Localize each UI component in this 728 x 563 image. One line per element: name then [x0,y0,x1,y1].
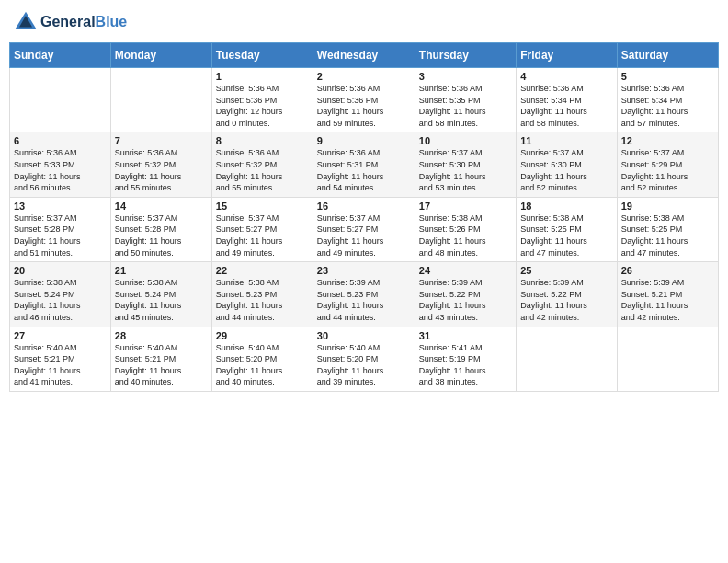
day-number: 10 [419,135,512,146]
day-number: 21 [115,265,208,276]
calendar-week-row: 1Sunrise: 5:36 AM Sunset: 5:36 PM Daylig… [10,68,719,132]
day-info-text: Sunrise: 5:40 AM Sunset: 5:20 PM Dayligh… [216,342,309,388]
day-info-text: Sunrise: 5:36 AM Sunset: 5:31 PM Dayligh… [317,147,411,193]
day-number: 13 [14,201,107,212]
calendar-week-row: 20Sunrise: 5:38 AM Sunset: 5:24 PM Dayli… [10,262,719,327]
day-info-text: Sunrise: 5:38 AM Sunset: 5:25 PM Dayligh… [621,213,714,259]
day-info-text: Sunrise: 5:39 AM Sunset: 5:21 PM Dayligh… [621,277,714,323]
day-number: 6 [14,135,107,146]
calendar-day-cell: 21Sunrise: 5:38 AM Sunset: 5:24 PM Dayli… [110,262,211,327]
day-of-week-header: Thursday [415,43,516,68]
day-of-week-header: Monday [110,43,211,68]
calendar-body: 1Sunrise: 5:36 AM Sunset: 5:36 PM Daylig… [10,68,719,392]
day-info-text: Sunrise: 5:40 AM Sunset: 5:20 PM Dayligh… [317,342,411,388]
day-number: 11 [520,135,612,146]
calendar-day-cell: 29Sunrise: 5:40 AM Sunset: 5:20 PM Dayli… [211,327,313,391]
calendar-day-cell: 17Sunrise: 5:38 AM Sunset: 5:26 PM Dayli… [415,197,516,261]
day-info-text: Sunrise: 5:39 AM Sunset: 5:22 PM Dayligh… [520,277,612,323]
day-of-week-header: Friday [517,43,617,68]
calendar-day-cell: 10Sunrise: 5:37 AM Sunset: 5:30 PM Dayli… [415,132,516,197]
day-number: 12 [621,135,714,146]
day-of-week-header: Tuesday [211,43,313,68]
calendar-day-cell: 31Sunrise: 5:41 AM Sunset: 5:19 PM Dayli… [415,327,516,391]
calendar-day-cell [617,327,718,391]
calendar-day-cell: 6Sunrise: 5:36 AM Sunset: 5:33 PM Daylig… [10,132,111,197]
day-number: 26 [621,265,714,276]
day-number: 22 [216,265,309,276]
calendar-day-cell: 19Sunrise: 5:38 AM Sunset: 5:25 PM Dayli… [617,197,718,261]
day-info-text: Sunrise: 5:36 AM Sunset: 5:32 PM Dayligh… [216,147,309,193]
calendar-day-cell: 14Sunrise: 5:37 AM Sunset: 5:28 PM Dayli… [110,197,211,261]
day-number: 17 [419,201,512,212]
day-number: 5 [621,71,714,82]
day-of-week-header: Sunday [10,43,111,68]
day-info-text: Sunrise: 5:37 AM Sunset: 5:28 PM Dayligh… [115,213,208,259]
calendar-day-cell: 24Sunrise: 5:39 AM Sunset: 5:22 PM Dayli… [415,262,516,327]
calendar-day-cell: 28Sunrise: 5:40 AM Sunset: 5:21 PM Dayli… [110,327,211,391]
day-info-text: Sunrise: 5:41 AM Sunset: 5:19 PM Dayligh… [419,342,512,388]
day-number: 16 [317,201,411,212]
calendar-day-cell [517,327,617,391]
calendar-day-cell: 15Sunrise: 5:37 AM Sunset: 5:27 PM Dayli… [211,197,313,261]
day-info-text: Sunrise: 5:39 AM Sunset: 5:23 PM Dayligh… [317,277,411,323]
day-number: 2 [317,71,411,82]
calendar-day-cell: 2Sunrise: 5:36 AM Sunset: 5:36 PM Daylig… [313,68,415,132]
calendar-week-row: 13Sunrise: 5:37 AM Sunset: 5:28 PM Dayli… [10,197,719,261]
day-number: 9 [317,135,411,146]
day-info-text: Sunrise: 5:38 AM Sunset: 5:26 PM Dayligh… [419,213,512,259]
calendar-day-cell: 26Sunrise: 5:39 AM Sunset: 5:21 PM Dayli… [617,262,718,327]
calendar-day-cell: 18Sunrise: 5:38 AM Sunset: 5:25 PM Dayli… [517,197,617,261]
day-info-text: Sunrise: 5:38 AM Sunset: 5:23 PM Dayligh… [216,277,309,323]
day-number: 7 [115,135,208,146]
calendar-day-cell: 4Sunrise: 5:36 AM Sunset: 5:34 PM Daylig… [517,68,617,132]
day-number: 29 [216,330,309,341]
day-number: 20 [14,265,107,276]
calendar-day-cell: 22Sunrise: 5:38 AM Sunset: 5:23 PM Dayli… [211,262,313,327]
calendar-day-cell: 16Sunrise: 5:37 AM Sunset: 5:27 PM Dayli… [313,197,415,261]
calendar-day-cell: 5Sunrise: 5:36 AM Sunset: 5:34 PM Daylig… [617,68,718,132]
calendar-week-row: 6Sunrise: 5:36 AM Sunset: 5:33 PM Daylig… [10,132,719,197]
day-info-text: Sunrise: 5:36 AM Sunset: 5:33 PM Dayligh… [14,147,107,193]
day-number: 1 [216,71,309,82]
calendar-day-cell: 3Sunrise: 5:36 AM Sunset: 5:35 PM Daylig… [415,68,516,132]
day-number: 3 [419,71,512,82]
day-info-text: Sunrise: 5:38 AM Sunset: 5:25 PM Dayligh… [520,213,612,259]
page-header: GeneralBlue [9,9,719,35]
day-info-text: Sunrise: 5:37 AM Sunset: 5:30 PM Dayligh… [419,147,512,193]
day-of-week-header: Wednesday [313,43,415,68]
day-info-text: Sunrise: 5:40 AM Sunset: 5:21 PM Dayligh… [115,342,208,388]
day-number: 24 [419,265,512,276]
day-info-text: Sunrise: 5:37 AM Sunset: 5:29 PM Dayligh… [621,147,714,193]
day-info-text: Sunrise: 5:38 AM Sunset: 5:24 PM Dayligh… [115,277,208,323]
day-info-text: Sunrise: 5:38 AM Sunset: 5:24 PM Dayligh… [14,277,107,323]
day-number: 19 [621,201,714,212]
calendar-day-cell: 9Sunrise: 5:36 AM Sunset: 5:31 PM Daylig… [313,132,415,197]
day-info-text: Sunrise: 5:37 AM Sunset: 5:27 PM Dayligh… [216,213,309,259]
day-info-text: Sunrise: 5:40 AM Sunset: 5:21 PM Dayligh… [14,342,107,388]
day-info-text: Sunrise: 5:36 AM Sunset: 5:34 PM Dayligh… [621,83,714,129]
day-info-text: Sunrise: 5:36 AM Sunset: 5:32 PM Dayligh… [115,147,208,193]
calendar-day-cell [110,68,211,132]
day-number: 15 [216,201,309,212]
calendar-day-cell: 30Sunrise: 5:40 AM Sunset: 5:20 PM Dayli… [313,327,415,391]
day-number: 14 [115,201,208,212]
calendar-header-row: SundayMondayTuesdayWednesdayThursdayFrid… [10,43,719,68]
logo-icon [13,9,39,35]
calendar-day-cell: 25Sunrise: 5:39 AM Sunset: 5:22 PM Dayli… [517,262,617,327]
calendar-table: SundayMondayTuesdayWednesdayThursdayFrid… [9,42,719,392]
calendar-day-cell: 12Sunrise: 5:37 AM Sunset: 5:29 PM Dayli… [617,132,718,197]
calendar-week-row: 27Sunrise: 5:40 AM Sunset: 5:21 PM Dayli… [10,327,719,391]
day-info-text: Sunrise: 5:37 AM Sunset: 5:28 PM Dayligh… [14,213,107,259]
day-number: 18 [520,201,612,212]
calendar-day-cell: 11Sunrise: 5:37 AM Sunset: 5:30 PM Dayli… [517,132,617,197]
calendar-day-cell: 7Sunrise: 5:36 AM Sunset: 5:32 PM Daylig… [110,132,211,197]
logo: GeneralBlue [13,9,127,35]
day-info-text: Sunrise: 5:36 AM Sunset: 5:35 PM Dayligh… [419,83,512,129]
day-number: 23 [317,265,411,276]
day-of-week-header: Saturday [617,43,718,68]
calendar-day-cell: 23Sunrise: 5:39 AM Sunset: 5:23 PM Dayli… [313,262,415,327]
day-info-text: Sunrise: 5:36 AM Sunset: 5:36 PM Dayligh… [216,83,309,129]
day-info-text: Sunrise: 5:36 AM Sunset: 5:36 PM Dayligh… [317,83,411,129]
day-info-text: Sunrise: 5:37 AM Sunset: 5:30 PM Dayligh… [520,147,612,193]
day-number: 8 [216,135,309,146]
